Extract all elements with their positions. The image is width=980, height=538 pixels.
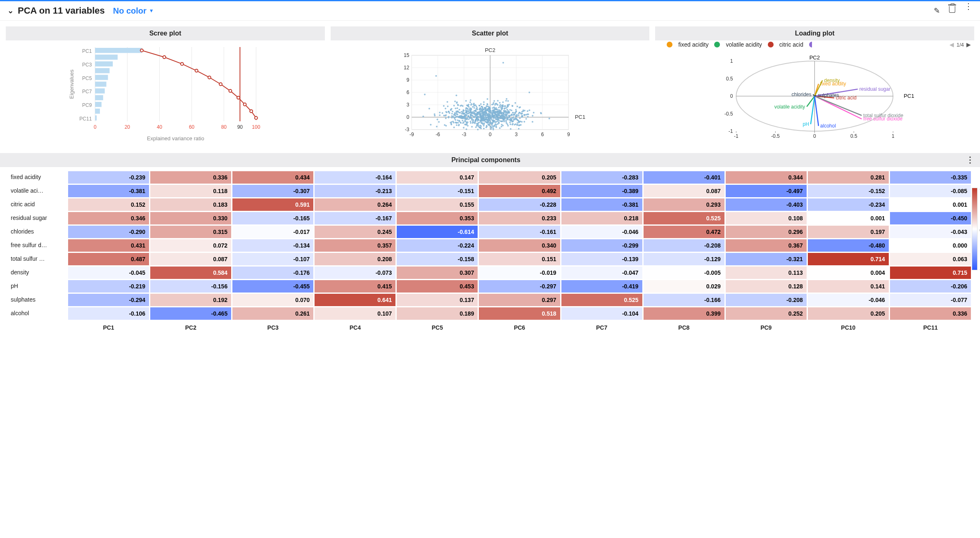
pc-cell[interactable]: 0.087 bbox=[150, 253, 231, 265]
pc-cell[interactable]: 0.307 bbox=[397, 267, 478, 279]
pc-cell[interactable]: 0.330 bbox=[150, 212, 231, 224]
pc-cell[interactable]: -0.321 bbox=[726, 253, 807, 265]
pc-cell[interactable]: -0.419 bbox=[561, 280, 642, 293]
pc-cell[interactable]: 0.525 bbox=[561, 294, 642, 306]
more-icon[interactable] bbox=[964, 6, 973, 15]
pc-cell[interactable]: 0.197 bbox=[808, 226, 889, 238]
pc-cell[interactable]: 0.137 bbox=[397, 294, 478, 306]
pc-cell[interactable]: -0.297 bbox=[479, 280, 560, 293]
pc-cell[interactable]: 0.487 bbox=[68, 253, 149, 265]
pc-cell[interactable]: -0.005 bbox=[644, 267, 724, 279]
pc-cell[interactable]: 0.591 bbox=[232, 198, 313, 211]
scree-chart[interactable]: 020406080100PC1PC3PC5PC7PC9PC1190Explain… bbox=[7, 43, 323, 142]
pc-cell[interactable]: -0.283 bbox=[561, 171, 642, 184]
pc-cell[interactable]: 0.261 bbox=[232, 307, 313, 320]
pc-cell[interactable]: 0.001 bbox=[808, 212, 889, 224]
pc-cell[interactable]: -0.077 bbox=[890, 294, 971, 306]
pc-cell[interactable]: 0.192 bbox=[150, 294, 231, 306]
pc-cell[interactable]: -0.045 bbox=[68, 267, 149, 279]
pc-cell[interactable]: 0.714 bbox=[808, 253, 889, 265]
pc-cell[interactable]: -0.389 bbox=[561, 185, 642, 197]
pc-cell[interactable]: -0.161 bbox=[479, 226, 560, 238]
scatter-chart[interactable]: -9-6-30369-303691215PC2PC1 bbox=[332, 43, 648, 142]
pc-cell[interactable]: 0.208 bbox=[315, 253, 395, 265]
pc-cell[interactable]: -0.167 bbox=[315, 212, 395, 224]
pc-cell[interactable]: 0.431 bbox=[68, 239, 149, 252]
pc-cell[interactable]: 0.518 bbox=[479, 307, 560, 320]
pc-cell[interactable]: 0.252 bbox=[726, 307, 807, 320]
pc-cell[interactable]: 0.492 bbox=[479, 185, 560, 197]
pc-cell[interactable]: 0.525 bbox=[644, 212, 724, 224]
pc-cell[interactable]: -0.158 bbox=[397, 253, 478, 265]
pc-cell[interactable]: 0.000 bbox=[890, 239, 971, 252]
pc-cell[interactable]: 0.107 bbox=[315, 307, 395, 320]
legend-pager[interactable]: ◀1/4▶ bbox=[949, 41, 971, 48]
pc-cell[interactable]: 0.367 bbox=[726, 239, 807, 252]
pc-cell[interactable]: 0.357 bbox=[315, 239, 395, 252]
pc-cell[interactable]: 0.141 bbox=[808, 280, 889, 293]
pc-cell[interactable]: 0.113 bbox=[726, 267, 807, 279]
edit-icon[interactable] bbox=[934, 6, 940, 15]
pc-cell[interactable]: -0.290 bbox=[68, 226, 149, 238]
pc-cell[interactable]: -0.455 bbox=[232, 280, 313, 293]
pc-cell[interactable]: 0.205 bbox=[479, 171, 560, 184]
pc-more-icon[interactable] bbox=[966, 160, 974, 160]
pc-cell[interactable]: -0.107 bbox=[232, 253, 313, 265]
pc-cell[interactable]: 0.336 bbox=[890, 307, 971, 320]
pc-cell[interactable]: 0.453 bbox=[397, 280, 478, 293]
pc-cell[interactable]: -0.166 bbox=[644, 294, 724, 306]
pc-cell[interactable]: -0.307 bbox=[232, 185, 313, 197]
pc-cell[interactable]: -0.401 bbox=[644, 171, 724, 184]
pc-cell[interactable]: -0.152 bbox=[808, 185, 889, 197]
delete-icon[interactable] bbox=[949, 6, 955, 15]
pc-cell[interactable]: 0.118 bbox=[150, 185, 231, 197]
pc-cell[interactable]: 0.152 bbox=[68, 198, 149, 211]
pc-cell[interactable]: -0.134 bbox=[232, 239, 313, 252]
pc-cell[interactable]: -0.213 bbox=[315, 185, 395, 197]
pc-cell[interactable]: -0.017 bbox=[232, 226, 313, 238]
pc-cell[interactable]: -0.085 bbox=[890, 185, 971, 197]
pc-cell[interactable]: 0.641 bbox=[315, 294, 395, 306]
pc-cell[interactable]: -0.046 bbox=[561, 226, 642, 238]
pc-cell[interactable]: 0.218 bbox=[561, 212, 642, 224]
pc-cell[interactable]: -0.208 bbox=[726, 294, 807, 306]
pc-cell[interactable]: -0.046 bbox=[808, 294, 889, 306]
pc-cell[interactable]: 0.108 bbox=[726, 212, 807, 224]
pc-cell[interactable]: 0.293 bbox=[644, 198, 724, 211]
pc-cell[interactable]: 0.063 bbox=[890, 253, 971, 265]
pc-cell[interactable]: -0.403 bbox=[726, 198, 807, 211]
pc-cell[interactable]: -0.234 bbox=[808, 198, 889, 211]
pc-cell[interactable]: 0.315 bbox=[150, 226, 231, 238]
pc-cell[interactable]: 0.472 bbox=[644, 226, 724, 238]
pc-cell[interactable]: 0.344 bbox=[726, 171, 807, 184]
pc-cell[interactable]: -0.073 bbox=[315, 267, 395, 279]
pc-cell[interactable]: 0.297 bbox=[479, 294, 560, 306]
pc-cell[interactable]: 0.029 bbox=[644, 280, 724, 293]
loading-chart[interactable]: -1-0.500.51-1-0.500.51fixed acidityvolat… bbox=[657, 53, 973, 144]
pc-cell[interactable]: -0.043 bbox=[890, 226, 971, 238]
pc-cell[interactable]: 0.151 bbox=[479, 253, 560, 265]
pc-cell[interactable]: 0.264 bbox=[315, 198, 395, 211]
pc-cell[interactable]: -0.104 bbox=[561, 307, 642, 320]
pc-cell[interactable]: -0.381 bbox=[561, 198, 642, 211]
pc-cell[interactable]: 0.245 bbox=[315, 226, 395, 238]
pc-cell[interactable]: -0.047 bbox=[561, 267, 642, 279]
pc-cell[interactable]: -0.106 bbox=[68, 307, 149, 320]
pc-cell[interactable]: -0.335 bbox=[890, 171, 971, 184]
pc-cell[interactable]: -0.156 bbox=[150, 280, 231, 293]
pc-cell[interactable]: -0.208 bbox=[644, 239, 724, 252]
pc-cell[interactable]: 0.281 bbox=[808, 171, 889, 184]
pc-cell[interactable]: -0.294 bbox=[68, 294, 149, 306]
pc-cell[interactable]: 0.233 bbox=[479, 212, 560, 224]
pc-cell[interactable]: 0.087 bbox=[644, 185, 724, 197]
pc-cell[interactable]: -0.381 bbox=[68, 185, 149, 197]
pc-cell[interactable]: 0.072 bbox=[150, 239, 231, 252]
pc-cell[interactable]: -0.465 bbox=[150, 307, 231, 320]
pc-cell[interactable]: 0.189 bbox=[397, 307, 478, 320]
pc-cell[interactable]: -0.019 bbox=[479, 267, 560, 279]
pc-cell[interactable]: -0.206 bbox=[890, 280, 971, 293]
pc-cell[interactable]: -0.224 bbox=[397, 239, 478, 252]
pc-cell[interactable]: -0.151 bbox=[397, 185, 478, 197]
pc-cell[interactable]: 0.001 bbox=[890, 198, 971, 211]
pc-cell[interactable]: -0.165 bbox=[232, 212, 313, 224]
